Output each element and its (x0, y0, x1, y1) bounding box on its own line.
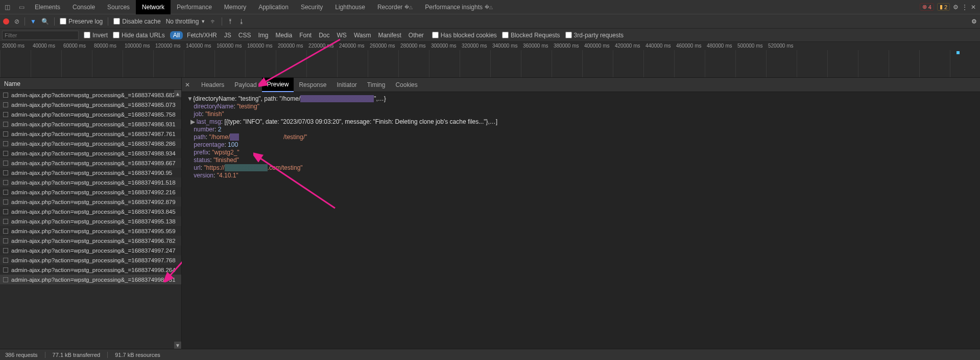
detail-tab-payload[interactable]: Payload (229, 78, 261, 92)
network-settings-icon[interactable]: ⚙ (971, 18, 977, 25)
filter-type-wasm[interactable]: Wasm (351, 31, 374, 39)
filter-type-js[interactable]: JS (221, 31, 234, 39)
preserve-log-toggle[interactable]: Preserve log (60, 18, 103, 25)
device-toggle-icon[interactable]: ▭ (14, 4, 29, 11)
file-icon (3, 209, 8, 214)
file-icon (3, 219, 8, 224)
main-panel: Name admin-ajax.php?action=wpstg_process… (0, 78, 980, 349)
tab-security[interactable]: Security (295, 0, 329, 14)
status-bar: 386 requests 77.1 kB transferred 91.7 kB… (0, 349, 980, 360)
filter-type-img[interactable]: Img (255, 31, 271, 39)
search-icon[interactable]: 🔍 (41, 18, 49, 25)
close-devtools-icon[interactable]: ✕ (971, 4, 976, 11)
tab-memory[interactable]: Memory (218, 0, 252, 14)
filter-type-other[interactable]: Other (405, 31, 427, 39)
more-icon[interactable]: ⋮ (962, 4, 968, 11)
file-icon (3, 180, 8, 185)
error-badge[interactable]: ⊗ 4 (920, 3, 934, 11)
request-list[interactable]: admin-ajax.php?action=wpstg_processing&_… (0, 90, 181, 349)
status-requests: 386 requests (5, 352, 45, 358)
filter-type-media[interactable]: Media (272, 31, 295, 39)
request-row[interactable]: admin-ajax.php?action=wpstg_processing&_… (0, 236, 181, 245)
detail-tab-initiator[interactable]: Initiator (331, 78, 362, 92)
request-row[interactable]: admin-ajax.php?action=wpstg_processing&_… (0, 129, 181, 139)
file-icon (3, 93, 8, 98)
filter-type-doc[interactable]: Doc (316, 31, 332, 39)
request-row[interactable]: admin-ajax.php?action=wpstg_processing&_… (0, 119, 181, 129)
scroll-down-icon[interactable]: ▼ (174, 342, 181, 349)
invert-toggle[interactable]: Invert (84, 32, 108, 39)
clear-icon[interactable]: ⊘ (14, 18, 19, 25)
detail-tab-cookies[interactable]: Cookies (390, 78, 422, 92)
settings-icon[interactable]: ⚙ (953, 4, 959, 11)
request-row[interactable]: admin-ajax.php?action=wpstg_processing&_… (0, 245, 181, 255)
disable-cache-toggle[interactable]: Disable cache (113, 18, 160, 25)
filter-type-css[interactable]: CSS (235, 31, 254, 39)
preview-content[interactable]: ▼{directoryName: "testing", path: "/home… (182, 92, 980, 183)
request-row[interactable]: admin-ajax.php?action=wpstg_processing&_… (0, 158, 181, 168)
detail-tab-preview[interactable]: Preview (262, 78, 294, 92)
tab-performance-insights[interactable]: Performance insights �△ (419, 0, 499, 14)
file-icon (3, 277, 8, 282)
export-har-icon[interactable]: ⭳ (238, 18, 245, 25)
file-icon (3, 112, 8, 117)
file-icon (3, 102, 8, 107)
request-list-panel: Name admin-ajax.php?action=wpstg_process… (0, 78, 182, 349)
detail-tab-response[interactable]: Response (294, 78, 331, 92)
request-row[interactable]: admin-ajax.php?action=wpstg_processing&_… (0, 168, 181, 177)
tab-sources[interactable]: Sources (101, 0, 136, 14)
scroll-up-icon[interactable]: ▲ (174, 90, 181, 97)
hide-data-urls-toggle[interactable]: Hide data URLs (113, 32, 165, 39)
tab-recorder[interactable]: Recorder �△ (371, 0, 419, 14)
status-transferred: 77.1 kB transferred (53, 352, 108, 358)
throttling-select[interactable]: No throttling ▼ (166, 18, 206, 25)
request-list-header[interactable]: Name (0, 78, 181, 90)
close-detail-icon[interactable]: ✕ (185, 81, 195, 88)
has-blocked-cookies-toggle[interactable]: Has blocked cookies (432, 32, 497, 39)
network-conditions-icon[interactable]: ᯤ (210, 18, 217, 25)
request-row[interactable]: admin-ajax.php?action=wpstg_processing&_… (0, 207, 181, 216)
request-row[interactable]: admin-ajax.php?action=wpstg_processing&_… (0, 265, 181, 275)
detail-tab-timing[interactable]: Timing (362, 78, 391, 92)
timeline-overview[interactable]: 20000 ms40000 ms60000 ms80000 ms100000 m… (0, 42, 980, 78)
tab-application[interactable]: Application (252, 0, 295, 14)
tab-lighthouse[interactable]: Lighthouse (329, 0, 371, 14)
filter-type-fetch-xhr[interactable]: Fetch/XHR (184, 31, 220, 39)
request-row[interactable]: admin-ajax.php?action=wpstg_processing&_… (0, 100, 181, 109)
filter-bar: Invert Hide data URLs AllFetch/XHRJSCSSI… (0, 29, 980, 42)
filter-toggle-icon[interactable]: ▼ (30, 18, 36, 25)
request-row[interactable]: admin-ajax.php?action=wpstg_processing&_… (0, 187, 181, 197)
tab-performance[interactable]: Performance (171, 0, 218, 14)
blocked-requests-toggle[interactable]: Blocked Requests (502, 32, 560, 39)
request-row[interactable]: admin-ajax.php?action=wpstg_processing&_… (0, 255, 181, 265)
filter-type-ws[interactable]: WS (334, 31, 350, 39)
request-row[interactable]: admin-ajax.php?action=wpstg_processing&_… (0, 139, 181, 148)
file-icon (3, 190, 8, 195)
main-tabs: ElementsConsoleSourcesNetworkPerformance… (29, 0, 499, 14)
request-row[interactable]: admin-ajax.php?action=wpstg_processing&_… (0, 90, 181, 100)
filter-input[interactable] (2, 31, 79, 40)
detail-tab-headers[interactable]: Headers (196, 78, 229, 92)
request-row[interactable]: admin-ajax.php?action=wpstg_processing&_… (0, 275, 181, 284)
inspect-icon[interactable]: ◫ (0, 4, 14, 11)
timeline-marker (957, 51, 960, 54)
request-row[interactable]: admin-ajax.php?action=wpstg_processing&_… (0, 148, 181, 158)
request-row[interactable]: admin-ajax.php?action=wpstg_processing&_… (0, 197, 181, 207)
request-row[interactable]: admin-ajax.php?action=wpstg_processing&_… (0, 216, 181, 226)
tab-network[interactable]: Network (136, 0, 171, 14)
filter-type-manifest[interactable]: Manifest (375, 31, 404, 39)
request-row[interactable]: admin-ajax.php?action=wpstg_processing&_… (0, 226, 181, 236)
filter-type-all[interactable]: All (170, 31, 183, 39)
warning-badge[interactable]: ▮ 2 (937, 3, 950, 11)
request-row[interactable]: admin-ajax.php?action=wpstg_processing&_… (0, 177, 181, 187)
record-button[interactable] (3, 18, 9, 25)
devtools-tabbar: ◫ ▭ ElementsConsoleSourcesNetworkPerform… (0, 0, 980, 14)
third-party-toggle[interactable]: 3rd-party requests (565, 32, 624, 39)
file-icon (3, 122, 8, 127)
filter-type-font[interactable]: Font (296, 31, 315, 39)
file-icon (3, 229, 8, 234)
import-har-icon[interactable]: ⭱ (227, 18, 233, 25)
tab-console[interactable]: Console (66, 0, 101, 14)
tab-elements[interactable]: Elements (29, 0, 66, 14)
request-row[interactable]: admin-ajax.php?action=wpstg_processing&_… (0, 109, 181, 119)
